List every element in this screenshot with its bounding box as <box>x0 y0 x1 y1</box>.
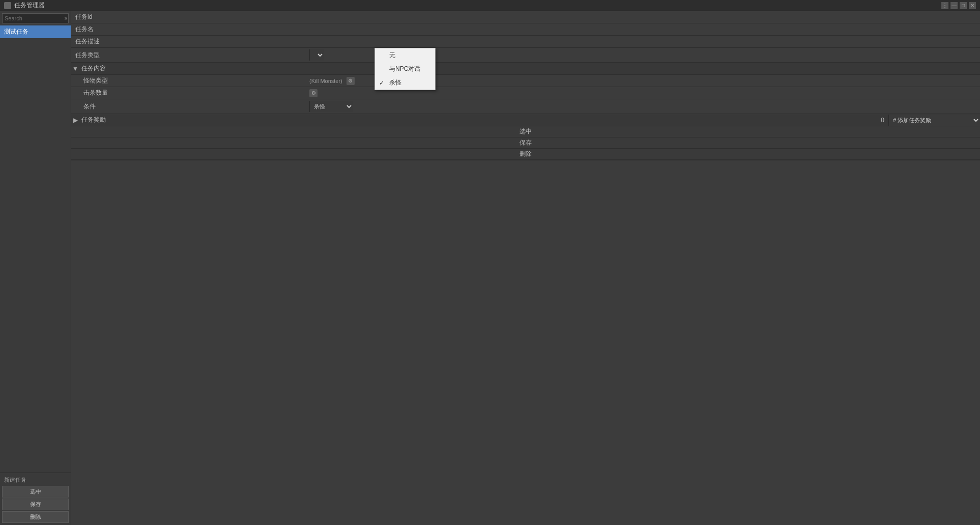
search-clear-button[interactable]: × <box>65 15 68 21</box>
save-action-button[interactable]: 保存 <box>71 137 980 149</box>
monster-type-gear-icon[interactable]: ⚙ <box>347 77 355 85</box>
left-panel: × 测试任务 新建任务 选中 保存 删除 <box>0 11 71 525</box>
task-name-input[interactable]: 测试任务 <box>309 26 976 33</box>
window-title: 任务管理器 <box>14 1 45 10</box>
task-type-label: 任务类型 <box>71 49 305 61</box>
task-name-value: 测试任务 <box>305 24 980 35</box>
task-desc-value: 仅供创建任务测试 后续需要删除 <box>305 37 980 47</box>
list-item[interactable]: 测试任务 <box>0 25 71 38</box>
minimize-btn[interactable]: — <box>950 2 958 9</box>
more-btn[interactable]: ⋮ <box>941 2 948 9</box>
condition-dropdown-menu: 无 与NPC对话 杀怪 <box>374 48 436 90</box>
close-btn[interactable]: ✕ <box>969 2 976 9</box>
condition-label: 条件 <box>71 101 305 113</box>
left-delete-button[interactable]: 删除 <box>2 511 69 523</box>
dropdown-item-none[interactable]: 无 <box>375 48 435 62</box>
dropdown-item-kill[interactable]: 杀怪 <box>375 76 435 90</box>
task-name-row: 任务名 测试任务 <box>71 23 980 36</box>
new-task-label: 新建任务 <box>2 475 69 485</box>
task-id-label: 任务id <box>71 11 305 23</box>
task-name-label: 任务名 <box>71 23 305 35</box>
task-content-section: ▼ 任务内容 <box>71 63 980 75</box>
task-content-title: 任务内容 <box>79 63 108 74</box>
select-action-button[interactable]: 选中 <box>71 126 980 137</box>
window-controls: ⋮ — □ ✕ <box>941 2 976 9</box>
kill-count-row: 击杀数量 ⚙ <box>71 87 980 99</box>
task-desc-input[interactable]: 仅供创建任务测试 后续需要删除 <box>309 38 976 45</box>
task-list: 测试任务 <box>0 25 71 473</box>
task-type-select[interactable] <box>309 49 324 61</box>
left-save-button[interactable]: 保存 <box>2 499 69 510</box>
monster-type-label: 怪物类型 <box>71 75 305 87</box>
left-bottom: 新建任务 选中 保存 删除 <box>0 473 71 525</box>
task-reward-toggle[interactable]: ▶ <box>71 117 79 124</box>
task-id-row: 任务id 10001 <box>71 11 980 23</box>
condition-select[interactable]: 杀怪 无 与NPC对话 <box>309 101 353 112</box>
right-panel: 任务id 10001 任务名 测试任务 任务描述 仅供创建任务测试 后续需要删除… <box>71 11 980 525</box>
title-bar: 任务管理器 ⋮ — □ ✕ <box>0 0 980 11</box>
dropdown-item-npc[interactable]: 与NPC对话 <box>375 62 435 76</box>
task-reward-section: ▶ 任务奖励 0 # 添加任务奖励 <box>71 114 980 126</box>
maximize-btn[interactable]: □ <box>960 2 967 9</box>
task-reward-title: 任务奖励 <box>79 114 108 126</box>
action-buttons: 选中 保存 删除 <box>71 126 980 160</box>
task-content-toggle[interactable]: ▼ <box>71 65 79 72</box>
title-bar-left: 任务管理器 <box>4 1 45 10</box>
kill-count-label: 击杀数量 <box>71 87 305 99</box>
task-type-row: 任务类型 <box>71 48 980 63</box>
main-container: × 测试任务 新建任务 选中 保存 删除 任务id 10001 任务名 测试任务 <box>0 11 980 525</box>
monster-type-row: 怪物类型 (Kill Monster) ⚙ <box>71 75 980 87</box>
app-icon <box>4 2 11 9</box>
task-desc-row: 任务描述 仅供创建任务测试 后续需要删除 <box>71 36 980 48</box>
task-id-input[interactable]: 10001 <box>309 14 976 21</box>
monster-type-text: (Kill Monster) <box>309 78 342 84</box>
condition-row: 条件 杀怪 无 与NPC对话 <box>71 99 980 114</box>
condition-value: 杀怪 无 与NPC对话 <box>305 99 980 114</box>
left-select-button[interactable]: 选中 <box>2 486 69 498</box>
reward-count: 0 <box>881 117 888 124</box>
task-id-value: 10001 <box>305 12 980 22</box>
kill-count-gear-icon[interactable]: ⚙ <box>309 89 318 97</box>
reward-add-select[interactable]: # 添加任务奖励 <box>888 115 980 126</box>
search-box: × <box>2 13 69 23</box>
search-input[interactable] <box>2 13 69 23</box>
task-desc-label: 任务描述 <box>71 36 305 47</box>
delete-action-button[interactable]: 删除 <box>71 149 980 160</box>
